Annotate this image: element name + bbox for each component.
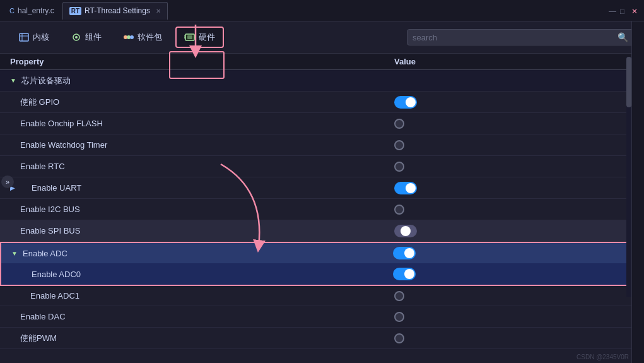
adc0-label: Enable ADC0 [32, 270, 81, 279]
expand-adc-icon: ▼ [11, 250, 19, 257]
row-i2c[interactable]: Enable I2C BUS [0, 199, 644, 220]
flash-label: Enable Onchip FLASH [20, 119, 103, 128]
adc-toggle-knob [404, 248, 414, 258]
chip-section-label: 芯片设备驱动 [21, 75, 71, 86]
close-button[interactable]: ✕ [631, 7, 639, 15]
uart-toggle-knob [406, 183, 416, 193]
kernel-label: 内核 [33, 32, 49, 43]
tab-bar: C hal_entry.c RT RT-Thread Settings ✕ — … [0, 0, 644, 21]
watchdog-label: Enable Watchdog Timer [20, 140, 107, 150]
rt-icon: RT [69, 7, 81, 15]
search-icon[interactable]: 🔍 [618, 32, 628, 42]
maximize-button[interactable]: □ [620, 7, 628, 15]
hardware-label: 硬件 [199, 32, 215, 43]
minimize-button[interactable]: — [609, 7, 616, 15]
search-container: 🔍 [407, 29, 634, 45]
toolbar: 内核 组件 软件包 [0, 21, 644, 54]
i2c-label: Enable I2C BUS [20, 205, 80, 214]
svg-rect-13 [187, 35, 192, 39]
uart-toggle[interactable] [394, 182, 417, 194]
spi-label: Enable SPI BUS [20, 226, 80, 235]
value-column-header: Value [394, 57, 634, 66]
dac-label: Enable DAC [20, 312, 66, 321]
component-button[interactable]: 组件 [62, 27, 110, 47]
row-pwm[interactable]: 使能PWM [0, 328, 644, 349]
row-watchdog[interactable]: Enable Watchdog Timer [0, 134, 644, 156]
section-chip-driver[interactable]: ▼ 芯片设备驱动 [0, 70, 644, 92]
rtc-label: Enable RTC [20, 162, 65, 171]
kernel-icon [18, 33, 30, 42]
tab-hal[interactable]: C hal_entry.c [3, 2, 61, 20]
scroll-thumb[interactable] [626, 57, 631, 107]
table-header: Property Value [0, 54, 644, 70]
row-flash[interactable]: Enable Onchip FLASH [0, 113, 644, 134]
kernel-button[interactable]: 内核 [10, 27, 57, 47]
tab-close-icon[interactable]: ✕ [156, 8, 161, 15]
rtc-radio[interactable] [394, 162, 404, 172]
adc1-radio[interactable] [394, 291, 404, 301]
adc0-toggle-knob [404, 269, 414, 279]
flash-radio[interactable] [394, 119, 404, 129]
spi-toggle[interactable] [394, 225, 417, 237]
tab-rtthread-label: RT-Thread Settings [85, 6, 150, 15]
adc-label: Enable ADC [23, 249, 67, 258]
gpio-label: 使能 GPIO [20, 97, 59, 108]
svg-point-7 [130, 35, 134, 39]
gpio-toggle[interactable] [394, 96, 417, 109]
window-controls: — □ ✕ [609, 7, 644, 15]
c-file-icon: C [9, 7, 15, 15]
spi-toggle-knob [401, 226, 411, 236]
hardware-button[interactable]: 硬件 [175, 27, 224, 48]
property-table: ▼ 芯片设备驱动 使能 GPIO Enable Onchip FLASH Ena… [0, 70, 644, 363]
tab-hal-label: hal_entry.c [18, 6, 54, 15]
tab-rtthread[interactable]: RT RT-Thread Settings ✕ [62, 2, 168, 20]
adc0-toggle[interactable] [393, 268, 416, 280]
right-sidebar [631, 21, 644, 363]
attribution: CSDN @2345V0R [577, 354, 629, 360]
row-spi[interactable]: Enable SPI BUS [0, 220, 644, 242]
dac-radio[interactable] [394, 312, 404, 322]
row-dac[interactable]: Enable DAC [0, 306, 644, 328]
expand-chip-icon: ▼ [10, 77, 18, 84]
component-label: 组件 [85, 32, 102, 43]
watchdog-radio[interactable] [394, 140, 404, 150]
hardware-icon [184, 33, 196, 42]
component-icon [71, 33, 82, 42]
row-gpio[interactable]: 使能 GPIO [0, 92, 644, 113]
pwm-radio[interactable] [394, 333, 404, 343]
row-adc[interactable]: ▼ Enable ADC [0, 242, 644, 263]
software-label: 软件包 [138, 32, 162, 43]
row-adc1[interactable]: Enable ADC1 [0, 285, 644, 306]
sidebar-collapse-button[interactable]: » [1, 176, 14, 188]
svg-rect-0 [20, 33, 28, 41]
row-adc0[interactable]: Enable ADC0 [0, 263, 644, 285]
row-uart[interactable]: ▶ Enable UART [0, 177, 644, 199]
row-rtc[interactable]: Enable RTC [0, 156, 644, 177]
i2c-radio[interactable] [394, 205, 404, 215]
uart-label: Enable UART [32, 183, 81, 193]
property-column-header: Property [10, 57, 394, 66]
adc-toggle[interactable] [393, 247, 416, 259]
pwm-label: 使能PWM [20, 333, 57, 344]
adc1-label: Enable ADC1 [30, 291, 79, 301]
gpio-toggle-knob [406, 97, 416, 107]
software-button[interactable]: 软件包 [115, 27, 170, 47]
svg-point-4 [75, 36, 78, 39]
software-icon [123, 33, 134, 42]
scroll-track [626, 57, 631, 297]
search-input[interactable] [413, 33, 618, 42]
